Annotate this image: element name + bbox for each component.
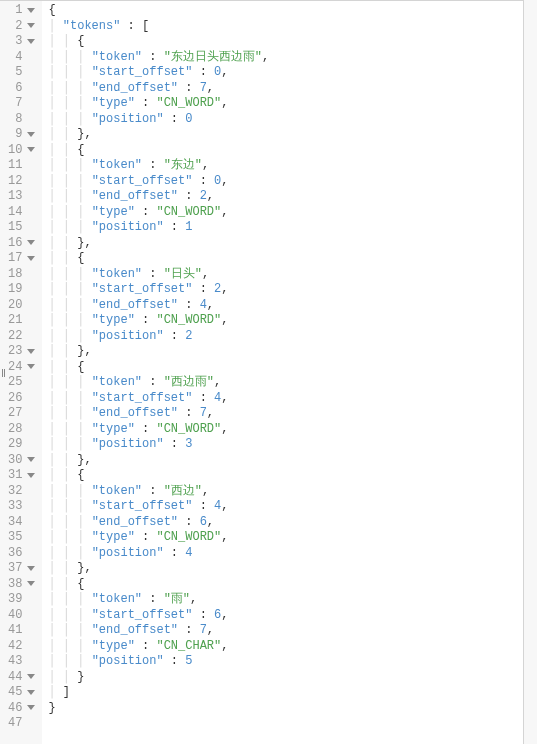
code-line[interactable]: │ │ }, — [48, 344, 537, 360]
line-number: 18 — [8, 267, 24, 283]
gutter-row: 38 — [8, 577, 37, 593]
code-token: : — [135, 422, 157, 436]
code-token: , — [207, 298, 214, 312]
code-line[interactable]: │ │ │ "start_offset" : 2, — [48, 282, 537, 298]
code-token: "CN_WORD" — [156, 530, 221, 544]
code-line[interactable]: │ │ { — [48, 577, 537, 593]
code-line[interactable]: │ │ { — [48, 360, 537, 376]
code-token: : — [192, 65, 214, 79]
code-line[interactable]: │ │ } — [48, 670, 537, 686]
code-line[interactable]: │ │ { — [48, 143, 537, 159]
code-line[interactable]: │ │ │ "token" : "雨", — [48, 592, 537, 608]
code-line[interactable]: │ │ │ "token" : "西边", — [48, 484, 537, 500]
code-line[interactable]: │ │ │ "token" : "东边日头西边雨", — [48, 50, 537, 66]
code-token: : — [192, 174, 214, 188]
code-line[interactable]: │ │ }, — [48, 236, 537, 252]
gutter-row: 5 — [8, 65, 37, 81]
code-line[interactable]: │ │ │ "type" : "CN_WORD", — [48, 530, 537, 546]
gutter-row: 8 — [8, 112, 37, 128]
code-line[interactable]: │ │ │ "end_offset" : 4, — [48, 298, 537, 314]
code-line[interactable]: │ │ │ "position" : 4 — [48, 546, 537, 562]
code-line[interactable]: │ │ │ "position" : 0 — [48, 112, 537, 128]
code-line[interactable]: │ │ │ "end_offset" : 6, — [48, 515, 537, 531]
code-token: , — [262, 50, 269, 64]
code-line[interactable]: │ │ │ "start_offset" : 4, — [48, 391, 537, 407]
fold-toggle-icon[interactable] — [27, 145, 37, 155]
code-line[interactable]: │ │ │ "token" : "东边", — [48, 158, 537, 174]
code-line[interactable]: { — [48, 3, 537, 19]
panel-resize-handle[interactable] — [0, 358, 6, 388]
code-line[interactable]: │ │ │ "position" : 5 — [48, 654, 537, 670]
code-token: "start_offset" — [92, 608, 193, 622]
code-line[interactable] — [48, 716, 537, 732]
fold-toggle-icon[interactable] — [27, 579, 37, 589]
code-line[interactable]: │ │ │ "type" : "CN_WORD", — [48, 205, 537, 221]
fold-toggle-icon[interactable] — [27, 21, 37, 31]
fold-toggle-icon[interactable] — [27, 471, 37, 481]
fold-toggle-icon[interactable] — [27, 703, 37, 713]
fold-toggle-icon[interactable] — [27, 130, 37, 140]
gutter-row: 17 — [8, 251, 37, 267]
gutter-row: 16 — [8, 236, 37, 252]
fold-toggle-icon[interactable] — [27, 254, 37, 264]
fold-toggle-icon[interactable] — [27, 455, 37, 465]
code-editor[interactable]: 1234567891011121314151617181920212223242… — [0, 0, 537, 744]
overview-ruler[interactable] — [523, 0, 537, 744]
fold-toggle-icon[interactable] — [27, 238, 37, 248]
line-number: 38 — [8, 577, 24, 593]
gutter-row: 34 — [8, 515, 37, 531]
gutter-row: 22 — [8, 329, 37, 345]
code-line[interactable]: │ │ }, — [48, 453, 537, 469]
gutter-row: 14 — [8, 205, 37, 221]
gutter-row: 20 — [8, 298, 37, 314]
code-line[interactable]: │ │ { — [48, 468, 537, 484]
fold-toggle-icon[interactable] — [27, 37, 37, 47]
fold-toggle-icon[interactable] — [27, 6, 37, 16]
code-line[interactable]: │ │ │ "type" : "CN_WORD", — [48, 313, 537, 329]
code-line[interactable]: │ │ { — [48, 251, 537, 267]
code-token: "end_offset" — [92, 623, 178, 637]
code-line[interactable]: │ │ │ "position" : 1 — [48, 220, 537, 236]
code-token: : — [164, 112, 186, 126]
code-line[interactable]: } — [48, 701, 537, 717]
gutter-row: 26 — [8, 391, 37, 407]
code-line[interactable]: │ │ }, — [48, 561, 537, 577]
code-line[interactable]: │ │ │ "end_offset" : 7, — [48, 623, 537, 639]
code-line[interactable]: │ │ │ "token" : "日头", — [48, 267, 537, 283]
code-line[interactable]: │ ] — [48, 685, 537, 701]
code-token: , — [84, 127, 91, 141]
code-line[interactable]: │ │ │ "end_offset" : 2, — [48, 189, 537, 205]
code-line[interactable]: │ │ │ "start_offset" : 6, — [48, 608, 537, 624]
code-area[interactable]: {│ "tokens" : [│ │ {│ │ │ "token" : "东边日… — [42, 1, 537, 744]
code-line[interactable]: │ │ │ "end_offset" : 7, — [48, 406, 537, 422]
code-line[interactable]: │ │ │ "type" : "CN_WORD", — [48, 422, 537, 438]
code-line[interactable]: │ │ │ "position" : 3 — [48, 437, 537, 453]
code-line[interactable]: │ │ │ "start_offset" : 0, — [48, 65, 537, 81]
fold-toggle-icon[interactable] — [27, 672, 37, 682]
code-token: } — [48, 701, 55, 715]
code-line[interactable]: │ │ │ "position" : 2 — [48, 329, 537, 345]
gutter-row: 6 — [8, 81, 37, 97]
code-token: "雨" — [164, 592, 190, 606]
code-token: : — [164, 437, 186, 451]
code-line[interactable]: │ │ │ "end_offset" : 7, — [48, 81, 537, 97]
code-line[interactable]: │ │ { — [48, 34, 537, 50]
code-token: "token" — [92, 267, 142, 281]
gutter-row: 27 — [8, 406, 37, 422]
code-line[interactable]: │ │ │ "token" : "西边雨", — [48, 375, 537, 391]
fold-toggle-icon[interactable] — [27, 688, 37, 698]
line-number: 13 — [8, 189, 24, 205]
fold-toggle-icon[interactable] — [27, 362, 37, 372]
code-line[interactable]: │ │ │ "type" : "CN_WORD", — [48, 96, 537, 112]
line-number: 46 — [8, 701, 24, 717]
code-token: "position" — [92, 329, 164, 343]
code-line[interactable]: │ │ }, — [48, 127, 537, 143]
fold-toggle-icon[interactable] — [27, 347, 37, 357]
code-token: , — [207, 406, 214, 420]
code-line[interactable]: │ │ │ "start_offset" : 0, — [48, 174, 537, 190]
code-line[interactable]: │ │ │ "type" : "CN_CHAR", — [48, 639, 537, 655]
fold-toggle-icon[interactable] — [27, 564, 37, 574]
code-line[interactable]: │ "tokens" : [ — [48, 19, 537, 35]
line-number: 19 — [8, 282, 24, 298]
code-line[interactable]: │ │ │ "start_offset" : 4, — [48, 499, 537, 515]
